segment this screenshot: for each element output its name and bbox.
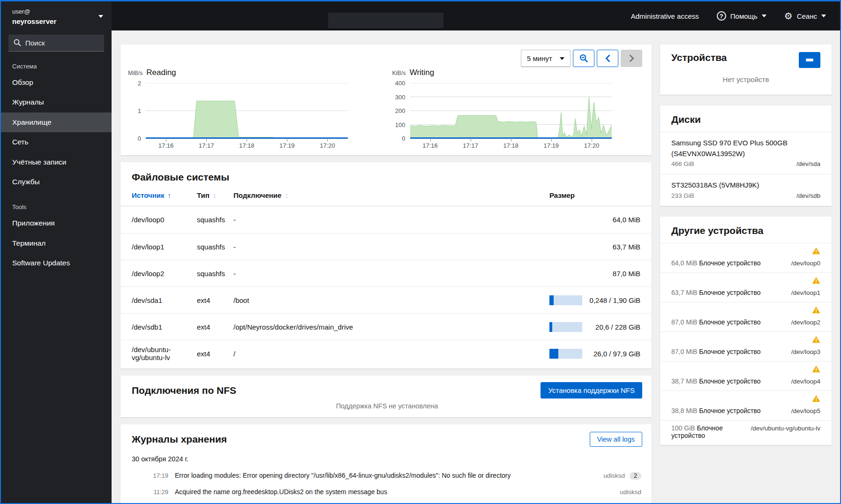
column-header-source[interactable]: Источник↑: [132, 191, 197, 199]
sort-icon: ↕: [213, 191, 217, 199]
log-time: 11:29: [150, 489, 168, 496]
log-service: udisksd: [620, 489, 641, 496]
fs-source: /dev/loop2: [132, 270, 197, 278]
disk-row[interactable]: ST3250318AS (5VM8HJ9K) 233 GiB /dev/sdb: [660, 174, 832, 206]
other-device-row[interactable]: 64,0 MiB Блочное устройство /dev/loop0: [660, 243, 832, 272]
log-entry[interactable]: 17:19 Error loading modules: Error openi…: [132, 467, 642, 484]
chevron-down-icon: [98, 15, 103, 18]
reading-baseline: [146, 137, 348, 139]
help-menu[interactable]: ? Помощь: [717, 11, 766, 21]
filesystem-row[interactable]: /dev/loop1 squashfs - 63,7 MiB: [120, 233, 652, 260]
device-path: /dev/loop4: [791, 378, 820, 385]
column-header-mount[interactable]: Подключение↕: [233, 191, 549, 199]
other-devices-card: Другие устройства 64,0 MiB Блочное устро…: [660, 217, 832, 445]
device-path: /dev/loop3: [791, 348, 820, 355]
disk-path: /dev/sda: [796, 160, 820, 167]
sidebar-item-label: Хранилище: [12, 118, 52, 126]
fs-type: squashfs: [197, 243, 233, 251]
fs-source: /dev/ubuntu-vg/ubuntu-lv: [132, 346, 197, 361]
other-device-row[interactable]: 38,8 MiB Блочное устройство /dev/loop5: [660, 391, 832, 420]
filesystem-row[interactable]: /dev/sda1 ext4 /boot 0,248 / 1,90 GiB: [120, 286, 652, 313]
sidebar-item-label: Обзор: [12, 78, 33, 86]
log-list: 17:19 Error loading modules: Error openi…: [132, 467, 642, 500]
devices-empty-state: Нет устройств: [660, 68, 832, 95]
filesystem-row[interactable]: /dev/sdb1 ext4 /opt/Neyross/docker/drive…: [120, 313, 652, 340]
other-device-row[interactable]: 100 GiB Блочное устройство /dev/ubuntu-v…: [660, 420, 832, 445]
chart-series-svg: [146, 83, 348, 138]
device-size: 38,8 MiB: [671, 407, 697, 414]
nav-section-system: Система: [1, 57, 112, 73]
reading-y-axis: 012: [128, 83, 146, 138]
nfs-card: Подключения по NFS Установка поддержки N…: [120, 376, 652, 417]
filesystem-row[interactable]: /dev/loop2 squashfs - 87,0 MiB: [120, 260, 652, 286]
filesystem-row[interactable]: /dev/loop0 squashfs - 64,0 MiB: [120, 206, 652, 233]
sidebar-item[interactable]: Обзор: [1, 73, 112, 93]
search-input[interactable]: [8, 35, 104, 52]
fs-mount-point: /boot: [233, 296, 549, 304]
fs-source: /dev/sdb1: [132, 323, 197, 331]
devices-menu-button[interactable]: [799, 52, 820, 68]
other-device-row[interactable]: 63,7 MiB Блочное устройство /dev/loop1: [660, 272, 832, 302]
fs-type: ext4: [197, 350, 233, 358]
disk-row[interactable]: Samsung SSD 970 EVO Plus 500GB (S4EVNX0W…: [660, 132, 832, 174]
usage-bar: [549, 322, 582, 332]
device-name: Блочное устройство: [699, 348, 760, 355]
writing-chart-title: Writing: [410, 68, 435, 77]
fs-source: /dev/sda1: [132, 296, 197, 304]
user-menu[interactable]: user@ neyrosserver: [1, 1, 112, 30]
zoom-out-button[interactable]: [573, 50, 594, 67]
sidebar-item[interactable]: Сеть: [1, 132, 112, 152]
sidebar-item-label: Службы: [12, 178, 40, 186]
reading-chart-unit: MiB/s: [128, 70, 143, 76]
masthead-redacted-area: [328, 13, 443, 28]
time-range-select[interactable]: 5 минут: [521, 50, 571, 67]
log-count-badge: 2: [630, 472, 641, 480]
sidebar-item-label: Терминал: [12, 239, 45, 247]
fs-mount-point: -: [233, 243, 549, 251]
scroll-right-button[interactable]: [621, 50, 642, 67]
sidebar-nav: Система Обзор Журналы Хранилище Сеть Учё…: [1, 57, 112, 273]
sidebar-item[interactable]: Software Updates: [1, 253, 112, 273]
log-entry[interactable]: 11:29 Acquired the name org.freedesktop.…: [132, 484, 642, 500]
devices-title: Устройства: [671, 52, 727, 63]
sidebar-item[interactable]: Хранилище: [1, 113, 112, 133]
fs-mount-point: -: [233, 270, 549, 278]
storage-page: 5 минут MiB/s: [112, 30, 840, 503]
chevron-down-icon: [560, 57, 564, 60]
warning-icon: [812, 306, 820, 314]
reading-chart-title: Reading: [146, 68, 176, 77]
chevron-down-icon: [821, 15, 826, 17]
sort-ascending-icon: ↑: [168, 191, 172, 199]
device-path: /dev/loop0: [791, 260, 820, 267]
fs-source: /dev/loop0: [132, 216, 197, 224]
reading-chart: MiB/s Reading 012 17:1617:1717:1817:1917…: [128, 68, 348, 150]
sidebar-item[interactable]: Журналы: [1, 92, 112, 113]
sidebar-item[interactable]: Терминал: [1, 233, 112, 254]
administrative-access-button[interactable]: Administrative access: [631, 12, 699, 20]
log-message: Error loading modules: Error opening dir…: [175, 472, 597, 479]
install-nfs-button[interactable]: Установка поддержки NFS: [541, 382, 642, 399]
view-all-logs-button[interactable]: View all logs: [590, 432, 642, 447]
other-device-row[interactable]: 87,0 MiB Блочное устройство /dev/loop2: [660, 302, 832, 331]
session-menu[interactable]: ⚙ Сеанс: [784, 11, 826, 21]
device-path: /dev/loop5: [791, 407, 820, 414]
warning-icon: [812, 395, 820, 402]
device-size: 38,7 MiB: [671, 377, 697, 385]
fs-mount-point: /opt/Neyross/docker/drives/main_drive: [233, 323, 549, 331]
sidebar-item[interactable]: Учётные записи: [1, 152, 112, 173]
cockpit-app: user@ neyrosserver Система Обзор Журналы: [1, 1, 840, 503]
storage-logs-card: Журналы хранения View all logs 30 октябр…: [120, 424, 652, 503]
writing-chart: KiB/s Writing 0100200300400 17:1617:1717…: [392, 68, 612, 150]
other-device-row[interactable]: 87,0 MiB Блочное устройство /dev/loop3: [660, 331, 832, 361]
scroll-left-button[interactable]: [597, 50, 618, 67]
logs-title: Журналы хранения: [132, 434, 227, 445]
other-device-row[interactable]: 38,7 MiB Блочное устройство /dev/loop4: [660, 361, 832, 391]
log-service: udisksd: [603, 472, 625, 479]
sidebar-item[interactable]: Службы: [1, 172, 112, 192]
fs-size: 26,0 / 97,9 GiB: [593, 350, 640, 358]
device-size: 100 GiB: [671, 424, 695, 432]
filesystem-row[interactable]: /dev/ubuntu-vg/ubuntu-lv ext4 / 26,0 / 9…: [120, 340, 652, 367]
sidebar-item[interactable]: Приложения: [1, 213, 112, 233]
column-header-type[interactable]: Тип↕: [197, 191, 233, 199]
log-message: Acquired the name org.freedesktop.UDisks…: [175, 488, 613, 496]
